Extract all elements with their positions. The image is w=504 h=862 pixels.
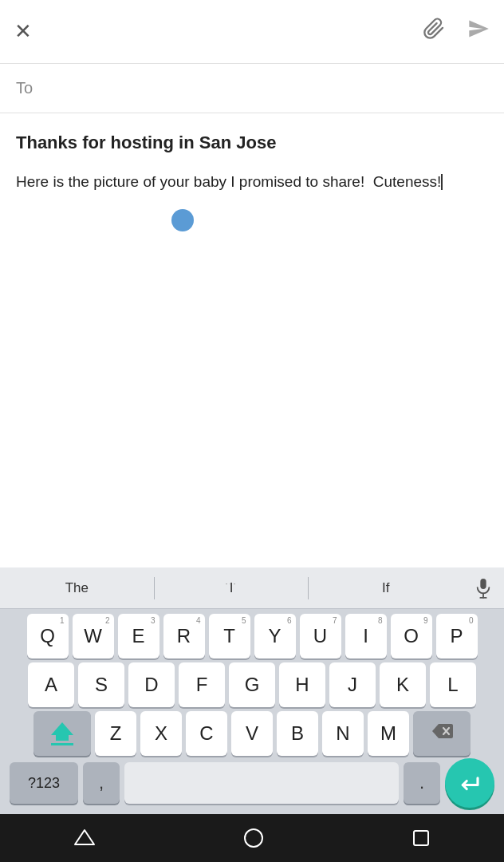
to-label: To (16, 79, 33, 97)
key-d[interactable]: D (128, 662, 175, 707)
key-row-3: Z X C V B N M (3, 711, 501, 756)
email-body[interactable]: Thanks for hosting in San Jose Here is t… (0, 113, 504, 567)
delete-key[interactable] (413, 711, 471, 756)
key-p[interactable]: 0 P (436, 614, 478, 658)
svg-point-6 (245, 829, 262, 847)
key-c[interactable]: C (186, 711, 227, 756)
shift-key[interactable] (33, 711, 91, 756)
cursor-handle[interactable] (171, 201, 194, 231)
svg-rect-7 (414, 831, 428, 845)
key-row-2: A S D F G H J K L (3, 662, 501, 707)
key-r[interactable]: 4 R (163, 614, 205, 658)
recent-nav-icon[interactable] (411, 828, 431, 848)
key-a[interactable]: A (28, 662, 74, 707)
key-e[interactable]: 3 E (118, 614, 159, 658)
space-key[interactable] (124, 762, 399, 804)
key-k[interactable]: K (380, 662, 426, 707)
num-sym-key[interactable]: ?123 (10, 762, 78, 804)
key-y[interactable]: 6 Y (254, 614, 296, 658)
autocomplete-item-3[interactable]: If (309, 575, 463, 601)
key-rows: 1 Q 2 W 3 E 4 R 5 T 6 Y (0, 609, 504, 814)
key-x[interactable]: X (140, 711, 182, 756)
email-content: Here is the picture of your baby I promi… (16, 171, 488, 194)
key-u[interactable]: 7 U (300, 614, 341, 658)
close-icon[interactable]: ✕ (14, 19, 32, 44)
key-w[interactable]: 2 W (73, 614, 114, 658)
autocomplete-item-1[interactable]: The (0, 575, 154, 601)
key-s[interactable]: S (78, 662, 124, 707)
attach-icon[interactable] (423, 18, 445, 45)
mic-button[interactable] (463, 577, 504, 599)
key-z[interactable]: Z (95, 711, 136, 756)
nav-bar (0, 814, 504, 862)
key-row-1: 1 Q 2 W 3 E 4 R 5 T 6 Y (3, 614, 501, 658)
key-t[interactable]: 5 T (209, 614, 250, 658)
key-q[interactable]: 1 Q (27, 614, 69, 658)
key-i[interactable]: 8 I (345, 614, 387, 658)
key-j[interactable]: J (329, 662, 376, 707)
delete-icon (431, 722, 453, 745)
autocomplete-row-wrapper: The I ··· If (0, 567, 504, 609)
top-bar: ✕ (0, 0, 504, 64)
send-icon[interactable] (467, 18, 490, 45)
handle-dot (171, 209, 194, 231)
autocomplete-row: The I ··· If (0, 567, 504, 609)
to-field[interactable]: To (0, 64, 504, 113)
key-h[interactable]: H (279, 662, 325, 707)
email-subject: Thanks for hosting in San Jose (16, 132, 488, 153)
autocomplete-item-2[interactable]: I ··· (155, 575, 309, 601)
key-v[interactable]: V (231, 711, 273, 756)
key-n[interactable]: N (322, 711, 364, 756)
svg-marker-5 (75, 830, 94, 844)
shift-icon (51, 722, 73, 745)
home-nav-icon[interactable] (243, 828, 264, 848)
email-body-text: Here is the picture of your baby I promi… (16, 173, 443, 190)
enter-key[interactable] (445, 758, 494, 808)
key-f[interactable]: F (179, 662, 225, 707)
key-m[interactable]: M (368, 711, 409, 756)
key-l[interactable]: L (430, 662, 476, 707)
key-b[interactable]: B (277, 711, 318, 756)
back-nav-icon[interactable] (73, 827, 96, 849)
period-key[interactable]: . (404, 762, 440, 804)
key-g[interactable]: G (229, 662, 275, 707)
key-o[interactable]: 9 O (391, 614, 432, 658)
comma-key[interactable]: , (83, 762, 120, 804)
svg-rect-0 (480, 579, 486, 589)
key-row-bottom: ?123 , . (3, 760, 501, 811)
keyboard: The I ··· If 1 Q (0, 567, 504, 814)
